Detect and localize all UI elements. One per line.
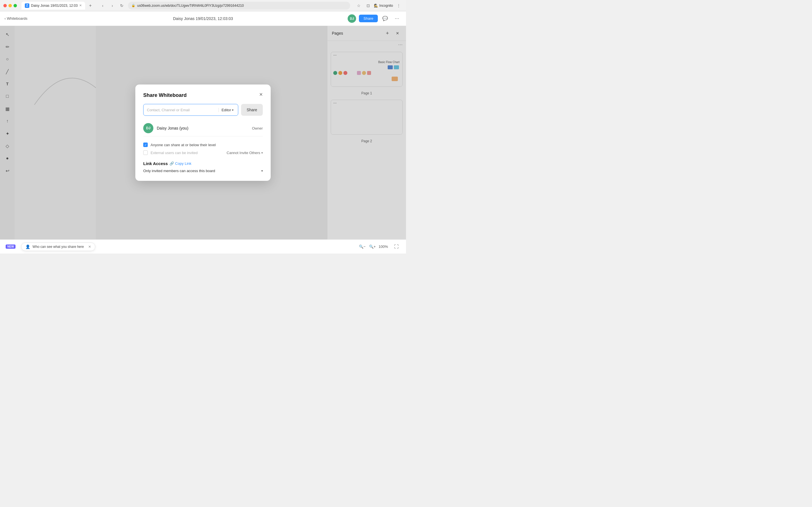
bookmark-button[interactable]: ☆ [355,2,363,10]
zoom-in-button[interactable]: 🔍+ [368,243,376,251]
editor-label: Editor [221,108,231,112]
modal-overlay: Share Whiteboard ✕ Editor ▾ Share DJ Dai… [0,26,406,239]
share-input-box: Editor ▾ [143,104,238,116]
user-name: Daisy Jonas (you) [157,126,249,130]
editor-chevron-icon: ▾ [232,108,234,112]
share-modal-button[interactable]: Share [241,104,263,116]
more-options-button[interactable]: ⋯ [393,14,402,23]
back-chevron-icon: ‹ [4,16,6,20]
tab-close-button[interactable]: ✕ [79,4,82,7]
active-tab[interactable]: Z Daisy Jonas 19/01/2023, 12:03 ✕ [21,2,85,10]
new-badge: NEW [6,244,15,249]
incognito-label: Incognito [379,4,393,8]
split-view-button[interactable]: ⊡ [364,2,372,10]
incognito-button[interactable]: 🕵 Incognito [374,4,393,8]
copy-link-label: Copy Link [175,161,192,166]
user-avatar: DJ [348,14,356,23]
invited-access-text: Only invited members can access this boa… [143,169,260,173]
external-users-label: External users can be invited [151,151,198,155]
traffic-lights [3,4,17,7]
cannot-invite-label: Cannot Invite Others [227,151,260,155]
notification-person-icon: 👤 [26,244,30,249]
share-button[interactable]: Share [359,15,378,22]
anyone-share-label: Anyone can share at or below their level [151,143,216,147]
notification-close-button[interactable]: ✕ [88,245,91,249]
user-row: DJ Daisy Jonas (you) Owner [143,120,263,136]
tab-favicon: Z [25,3,29,8]
link-icon: 🔗 [169,161,174,166]
invited-access-row: Only invited members can access this boa… [143,169,263,173]
link-access-label: Link Access [143,161,168,166]
minimize-traffic-light[interactable] [8,4,12,7]
fullscreen-button[interactable]: ⛶ [393,243,400,251]
forward-button[interactable]: › [108,2,116,10]
editor-dropdown[interactable]: Editor ▾ [218,108,235,112]
close-traffic-light[interactable] [3,4,7,7]
user-role: Owner [252,126,263,130]
back-label: Whiteboards [7,16,28,20]
link-access-section: Link Access 🔗 Copy Link Only invited mem… [143,161,263,173]
browser-chrome: Z Daisy Jonas 19/01/2023, 12:03 ✕ + ‹ › … [0,0,406,11]
user-avatar-modal: DJ [143,123,153,133]
anyone-share-checkbox[interactable] [143,143,148,147]
modal-close-button[interactable]: ✕ [257,90,265,99]
options-section: Anyone can share at or below their level… [143,141,263,157]
back-button[interactable]: ‹ [99,2,107,10]
cannot-invite-dropdown[interactable]: Cannot Invite Others ▾ [227,151,263,155]
access-level-dropdown[interactable]: ▾ [261,169,263,172]
link-access-row: Link Access 🔗 Copy Link [143,161,263,166]
modal-title: Share Whiteboard [143,93,263,98]
address-bar[interactable]: 🔒 us06web.zoom.us/wb/doc/TLUgwvTtRhW4iL0… [128,2,350,10]
cannot-invite-chevron-icon: ▾ [261,151,263,154]
app-toolbar: ‹ Whiteboards Daisy Jonas 19/01/2023, 12… [0,11,406,26]
browser-nav: ‹ › ↻ [99,2,126,10]
new-tab-button[interactable]: + [86,2,94,10]
reload-button[interactable]: ↻ [118,2,126,10]
tab-title: Daisy Jonas 19/01/2023, 12:03 [31,4,78,8]
url-text: us06web.zoom.us/wb/doc/TLUgwvTtRhW4iL0Fl… [137,4,244,8]
bottom-bar: NEW 👤 Who can see what you share here ✕ … [0,239,406,253]
browser-actions: ☆ ⊡ 🕵 Incognito ⋮ [355,2,403,10]
anyone-share-option: Anyone can share at or below their level [143,141,263,149]
zoom-level[interactable]: 100% [378,244,388,249]
tab-area: Z Daisy Jonas 19/01/2023, 12:03 ✕ + [21,2,94,10]
incognito-icon: 🕵 [374,4,378,8]
back-to-whiteboards-button[interactable]: ‹ Whiteboards [4,16,28,20]
bottom-bar-right: 🔍− 🔍+ 100% ⛶ [358,243,400,251]
comment-button[interactable]: 💬 [380,14,390,23]
copy-link-button[interactable]: 🔗 Copy Link [169,161,192,166]
external-users-checkbox[interactable] [143,151,148,155]
share-whiteboard-modal: Share Whiteboard ✕ Editor ▾ Share DJ Dai… [135,84,271,181]
maximize-traffic-light[interactable] [13,4,17,7]
contact-email-input[interactable] [147,108,216,112]
access-chevron-icon: ▾ [261,169,263,172]
zoom-controls: 🔍− 🔍+ 100% [358,243,388,251]
share-input-row: Editor ▾ Share [143,104,263,116]
zoom-out-button[interactable]: 🔍− [358,243,366,251]
external-users-option: External users can be invited Cannot Inv… [143,149,263,157]
toolbar-right: DJ Share 💬 ⋯ [348,14,402,23]
notification-text: Who can see what you share here [33,245,84,249]
more-button[interactable]: ⋮ [395,2,403,10]
notification-pill: 👤 Who can see what you share here ✕ [21,242,95,251]
page-title: Daisy Jonas 19/01/2023, 12:03:03 [173,16,233,21]
lock-icon: 🔒 [132,4,135,7]
